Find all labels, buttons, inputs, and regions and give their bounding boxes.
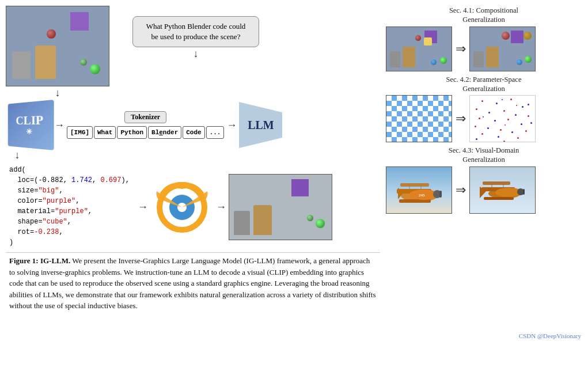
left-panel: ↓ What Python Blender code could be used…: [6, 6, 380, 370]
question-bubble: What Python Blender code could be used t…: [132, 16, 259, 47]
scene-sphere-maroon: [47, 29, 56, 39]
blender-result-row: →: [138, 174, 332, 240]
main-container: ↓ What Python Blender code could be used…: [0, 0, 588, 375]
arrow-blender-result: →: [216, 201, 226, 213]
scene-cylinder-gray: [12, 51, 31, 79]
tokenizer-group: Tokenizer [IMG] What Python Blender Code…: [67, 111, 224, 139]
svg-rect-26: [483, 181, 510, 185]
tokenizer-label: Tokenizer: [124, 111, 166, 123]
code-block: add( loc=(-0.882, 1.742, 0.697), size="b…: [6, 162, 133, 250]
section-4-3-title: Sec. 4.3: Visual-Domain Generalization: [386, 146, 582, 165]
result-image: [229, 174, 332, 240]
svg-rect-14: [400, 183, 429, 187]
result-cylinder-tan: [253, 205, 272, 235]
svg-rect-11: [439, 191, 442, 198]
result-cylinder-gray: [234, 211, 250, 235]
comparison-row-4-2: ⇒: [386, 95, 582, 142]
llm-container: LLM: [239, 102, 282, 148]
down-arrow-question: ↓: [194, 48, 199, 60]
arrow-tokens-to-llm: →: [226, 119, 237, 131]
blender-svg: [153, 179, 211, 236]
section-4-2: Sec. 4.2: Parameter-Space Generalization…: [386, 75, 582, 144]
biplane-input-svg: 245: [386, 167, 452, 214]
scene-sphere-green: [90, 64, 100, 74]
section-4-1-title: Sec. 4.1: Compositional Generalization: [386, 6, 582, 25]
row3: add( loc=(-0.882, 1.742, 0.697), size="b…: [6, 162, 380, 250]
down-arrow-clip: ↓: [6, 149, 29, 161]
llm-label: LLM: [239, 102, 282, 148]
result-cube-purple: [291, 179, 309, 196]
svg-rect-23: [523, 189, 525, 195]
diagram-container: ↓ What Python Blender code could be used…: [6, 6, 380, 250]
section-4-2-input: [386, 95, 452, 142]
result-sphere-green: [316, 219, 325, 228]
comparison-row-4-1: ⇒: [386, 26, 582, 71]
scene-cylinder-tan: [35, 46, 56, 79]
section-4-1-output: [469, 26, 536, 71]
row2: CLIP ✳ → Tokenizer [IMG] What Python Ble…: [6, 102, 380, 148]
arrow-code-blender: →: [138, 201, 148, 213]
implies-4-2: ⇒: [456, 111, 466, 126]
token-python: Python: [117, 126, 147, 139]
section-4-3-output: [469, 166, 536, 214]
implies-4-3: ⇒: [456, 183, 466, 198]
section-4-2-title: Sec. 4.2: Parameter-Space Generalization: [386, 75, 582, 94]
svg-text:245: 245: [419, 193, 425, 198]
section-4-3: Sec. 4.3: Visual-Domain Generalization: [386, 146, 582, 215]
section-4-1-input: [386, 26, 452, 71]
snowflake-icon: ✳: [26, 127, 32, 136]
figure-caption: Figure 1: IG-LLM. We present the Inverse…: [6, 252, 380, 312]
tokens-row: [IMG] What Python Blender Code ...: [67, 126, 224, 139]
token-code: Code: [183, 126, 204, 139]
implies-4-1: ⇒: [456, 41, 466, 56]
token-img: [IMG]: [67, 126, 93, 139]
scene-image-input: [6, 6, 109, 86]
token-ellipsis: ...: [206, 126, 225, 139]
down-arrow-row: ↓: [6, 149, 380, 161]
arrow-clip-to-tokens: →: [54, 119, 65, 131]
right-panel: Sec. 4.1: Compositional Generalization ⇒: [380, 6, 582, 370]
scene-cube-purple: [70, 12, 89, 31]
section-4-1: Sec. 4.1: Compositional Generalization ⇒: [386, 6, 582, 73]
result-sphere-small-green: [307, 215, 313, 221]
section-4-3-input: 245: [386, 166, 452, 214]
down-arrow-scene: ↓: [55, 87, 60, 99]
section-4-2-output: [469, 95, 536, 142]
scene-sphere-small-green: [80, 59, 87, 66]
token-blender: Blender: [148, 126, 181, 139]
comparison-row-4-3: 245 ⇒: [386, 166, 582, 214]
watermark: CSDN @DeepVisionary: [519, 332, 581, 339]
row1: ↓ What Python Blender code could be used…: [6, 6, 380, 101]
clip-box: CLIP ✳: [8, 100, 54, 150]
svg-rect-19: [484, 197, 514, 200]
token-what: What: [94, 126, 116, 139]
blender-logo: [150, 176, 214, 239]
biplane-output-svg: [470, 167, 536, 214]
